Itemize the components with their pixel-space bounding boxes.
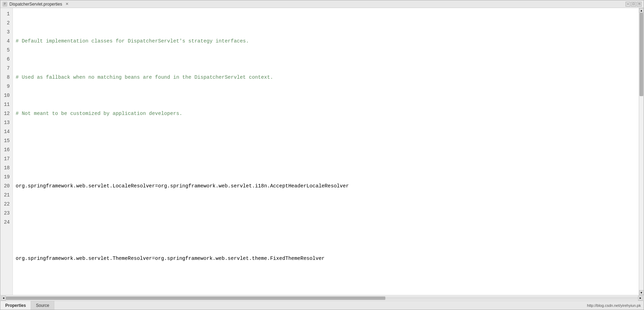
vertical-scrollbar[interactable]: ▲ ▼ bbox=[639, 8, 644, 295]
status-url: http://blog.csdn.net/yirehyiun.pk bbox=[587, 303, 644, 308]
scroll-right-button[interactable]: ▶ bbox=[638, 296, 643, 301]
file-icon: P bbox=[2, 2, 7, 7]
code-editor[interactable]: # Default implementation classes for Dis… bbox=[13, 8, 639, 295]
line-1: # Default implementation classes for Dis… bbox=[16, 37, 636, 46]
line-5: org.springframework.web.servlet.LocaleRe… bbox=[16, 181, 636, 191]
line-3: # Not meant to be customized by applicat… bbox=[16, 109, 636, 118]
editor-area: 1 2 3 4 5 6 7 8 9 10 11 12 13 14 15 16 1… bbox=[0, 8, 644, 301]
scroll-down-button[interactable]: ▼ bbox=[639, 290, 644, 295]
line-6 bbox=[16, 218, 636, 227]
minimize-button[interactable]: ─ bbox=[626, 2, 630, 7]
title-bar: P DispatcherServlet.properties ✕ ─ □ ❐ bbox=[0, 0, 644, 8]
scrollbar-track[interactable] bbox=[6, 296, 638, 300]
scroll-up-button[interactable]: ▲ bbox=[639, 8, 644, 13]
scroll-thumb[interactable] bbox=[639, 13, 643, 96]
line-8 bbox=[16, 290, 636, 295]
tab-source[interactable]: Source bbox=[31, 301, 54, 310]
line-numbers: 1 2 3 4 5 6 7 8 9 10 11 12 13 14 15 16 1… bbox=[0, 8, 13, 295]
maximize-button[interactable]: □ bbox=[631, 2, 636, 7]
scroll-left-button[interactable]: ◀ bbox=[1, 296, 6, 301]
main-window: P DispatcherServlet.properties ✕ ─ □ ❐ 1… bbox=[0, 0, 644, 310]
restore-button[interactable]: ❐ bbox=[637, 2, 642, 7]
code-container: 1 2 3 4 5 6 7 8 9 10 11 12 13 14 15 16 1… bbox=[0, 8, 644, 295]
line-2: # Used as fallback when no matching bean… bbox=[16, 73, 636, 82]
horizontal-scrollbar[interactable]: ◀ ▶ bbox=[0, 295, 644, 301]
tab-close-button[interactable]: ✕ bbox=[65, 2, 69, 6]
scroll-track[interactable] bbox=[639, 13, 644, 290]
tab-properties[interactable]: Properties bbox=[0, 301, 31, 310]
tab-bar: Properties Source bbox=[0, 301, 54, 310]
line-7: org.springframework.web.servlet.ThemeRes… bbox=[16, 254, 636, 263]
tab-title: DispatcherServlet.properties bbox=[9, 2, 62, 7]
line-4 bbox=[16, 145, 636, 154]
bottom-bar: Properties Source http://blog.csdn.net/y… bbox=[0, 301, 644, 310]
scrollbar-thumb[interactable] bbox=[6, 296, 385, 300]
window-controls: ─ □ ❐ bbox=[626, 2, 642, 7]
